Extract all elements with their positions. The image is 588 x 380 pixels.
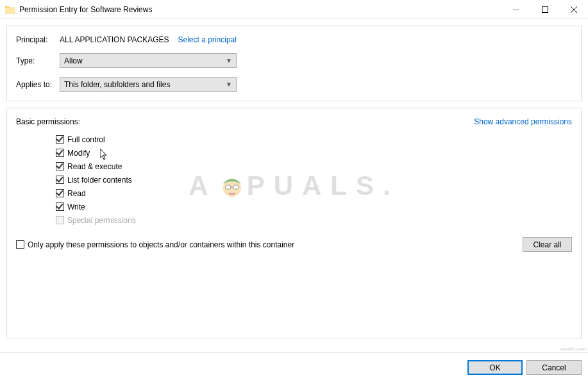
type-select[interactable]: Allow ▼ — [60, 53, 237, 68]
type-select-value: Allow — [64, 56, 83, 65]
permissions-header: Basic permissions: Show advanced permiss… — [16, 117, 572, 126]
permissions-panel: Basic permissions: Show advanced permiss… — [6, 108, 582, 338]
perm-label: Special permissions — [67, 216, 136, 225]
perm-special: Special permissions — [56, 213, 572, 227]
checkbox-icon[interactable] — [56, 176, 64, 184]
below-row: Only apply these permissions to objects … — [16, 237, 572, 252]
principal-row: Principal: ALL APPLICATION PACKAGES Sele… — [16, 35, 572, 44]
type-row: Type: Allow ▼ — [16, 53, 572, 68]
basic-permissions-title: Basic permissions: — [16, 117, 80, 126]
minimize-button[interactable] — [501, 0, 530, 19]
perm-list-folder[interactable]: List folder contents — [56, 173, 572, 186]
perm-modify[interactable]: Modify — [56, 146, 572, 160]
applies-select-value: This folder, subfolders and files — [64, 80, 170, 89]
perm-read-execute[interactable]: Read & execute — [56, 160, 572, 173]
applies-row: Applies to: This folder, subfolders and … — [16, 77, 572, 92]
principal-value: ALL APPLICATION PACKAGES — [60, 35, 169, 44]
show-advanced-link[interactable]: Show advanced permissions — [474, 117, 572, 126]
maximize-button[interactable] — [530, 0, 559, 19]
folder-icon — [5, 5, 15, 14]
perm-label: Write — [67, 202, 85, 211]
window-title: Permission Entry for Software Reviews — [19, 5, 501, 14]
applies-select[interactable]: This folder, subfolders and files ▼ — [60, 77, 237, 92]
checkbox-icon[interactable] — [56, 202, 64, 211]
perm-label: Modify — [67, 149, 90, 158]
perm-label: Read & execute — [67, 162, 122, 171]
type-label: Type: — [16, 56, 60, 65]
checkbox-icon[interactable] — [16, 240, 24, 249]
checkbox-icon[interactable] — [56, 189, 64, 197]
select-principal-link[interactable]: Select a principal — [178, 35, 237, 44]
perm-label: List folder contents — [67, 176, 132, 185]
ok-button[interactable]: OK — [467, 360, 523, 375]
chevron-down-icon: ▼ — [226, 57, 232, 64]
perm-label: Read — [67, 189, 86, 198]
corner-watermark: wsxdn.com — [560, 346, 586, 352]
perm-label: Full control — [67, 135, 105, 144]
checkbox-icon — [56, 216, 64, 224]
perm-full-control[interactable]: Full control — [56, 133, 572, 146]
perm-write[interactable]: Write — [56, 200, 572, 213]
window-buttons — [501, 0, 588, 19]
only-apply-label: Only apply these permissions to objects … — [28, 240, 294, 249]
close-button[interactable] — [559, 0, 588, 19]
svg-rect-1 — [542, 7, 548, 13]
content-area: Principal: ALL APPLICATION PACKAGES Sele… — [0, 19, 588, 338]
chevron-down-icon: ▼ — [226, 81, 232, 88]
cancel-button[interactable]: Cancel — [526, 360, 582, 375]
checkbox-icon[interactable] — [56, 135, 64, 144]
footer-separator — [0, 352, 588, 353]
titlebar: Permission Entry for Software Reviews — [0, 0, 588, 19]
clear-all-button[interactable]: Clear all — [523, 237, 572, 252]
principal-label: Principal: — [16, 35, 60, 44]
applies-label: Applies to: — [16, 80, 60, 89]
checkbox-icon[interactable] — [56, 162, 64, 170]
permissions-list: Full control Modify Read & execute List … — [56, 133, 572, 227]
only-apply-row[interactable]: Only apply these permissions to objects … — [16, 240, 294, 249]
checkbox-icon[interactable] — [56, 149, 64, 157]
perm-read[interactable]: Read — [56, 186, 572, 200]
header-panel: Principal: ALL APPLICATION PACKAGES Sele… — [6, 26, 582, 101]
footer-buttons: OK Cancel — [467, 360, 582, 375]
